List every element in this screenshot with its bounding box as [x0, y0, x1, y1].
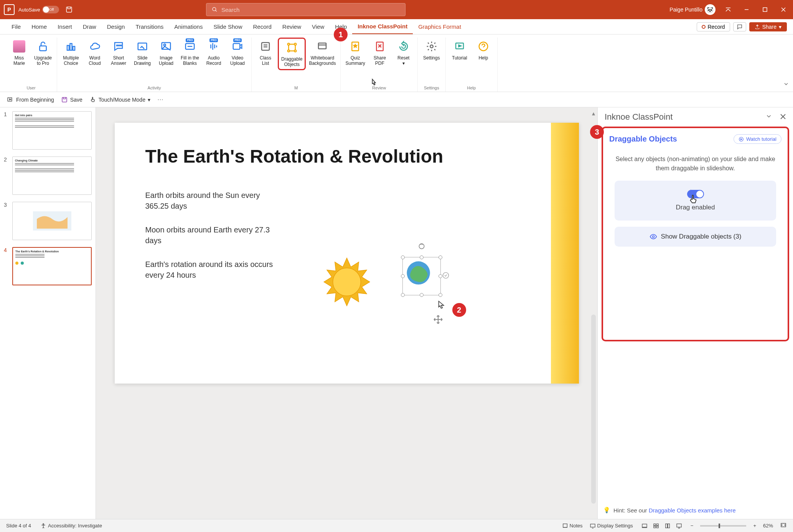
- watch-tutorial-button[interactable]: Watch tutorial: [734, 134, 781, 144]
- share-pdf-button[interactable]: SharePDF: [368, 38, 391, 68]
- thumbnail-1[interactable]: 1 Get into pairs: [4, 111, 92, 150]
- save-button[interactable]: Save: [61, 96, 82, 103]
- rbtn-l2: List: [262, 61, 269, 66]
- fit-to-window-icon[interactable]: [780, 522, 787, 530]
- scroll-up-icon[interactable]: ▴: [592, 110, 595, 117]
- reset-button[interactable]: Reset▾: [392, 38, 415, 68]
- chevron-down-icon[interactable]: [765, 112, 772, 122]
- close-icon[interactable]: [778, 4, 789, 15]
- zoom-level[interactable]: 62%: [763, 523, 773, 529]
- tab-design[interactable]: Design: [102, 19, 130, 34]
- sorter-view-icon[interactable]: [651, 522, 661, 530]
- from-beginning-button[interactable]: From Beginning: [7, 96, 54, 103]
- tab-draw[interactable]: Draw: [77, 19, 102, 34]
- short-answer-button[interactable]: ShortAnswer: [107, 38, 130, 68]
- tab-graphics-format[interactable]: Graphics Format: [413, 19, 467, 34]
- draggable-objects-button[interactable]: DraggableObjects: [278, 38, 306, 70]
- resize-handle[interactable]: [401, 293, 405, 297]
- image-upload-button[interactable]: ImageUpload: [155, 38, 178, 68]
- slideshow-view-icon[interactable]: [674, 522, 684, 530]
- rotate-handle-icon[interactable]: [418, 242, 425, 252]
- save-icon[interactable]: [64, 5, 74, 14]
- resize-handle[interactable]: [439, 293, 442, 297]
- tab-inknoe-classpoint[interactable]: Inknoe ClassPoint: [352, 19, 413, 34]
- fill-blanks-button[interactable]: PROFill in theBlanks: [178, 38, 201, 68]
- view-mode-buttons: [640, 522, 684, 530]
- search-input[interactable]: [221, 7, 400, 13]
- audio-record-button[interactable]: PROAudioRecord: [202, 38, 225, 68]
- rbtn-l1: Settings: [423, 55, 440, 61]
- resize-handle[interactable]: [401, 274, 405, 278]
- svg-rect-41: [62, 97, 67, 102]
- record-button[interactable]: Record: [697, 22, 730, 31]
- resize-handle[interactable]: [439, 274, 442, 278]
- tutorial-button[interactable]: Tutorial: [448, 38, 471, 62]
- tab-animations[interactable]: Animations: [169, 19, 208, 34]
- display-settings-button[interactable]: Display Settings: [590, 523, 633, 529]
- tab-slideshow[interactable]: Slide Show: [208, 19, 247, 34]
- resize-handle[interactable]: [439, 255, 442, 259]
- svg-rect-10: [70, 44, 72, 51]
- minimize-icon[interactable]: [741, 4, 752, 15]
- close-icon[interactable]: [780, 112, 786, 122]
- reading-view-icon[interactable]: [663, 522, 672, 530]
- search-box[interactable]: [206, 3, 406, 16]
- thumbnail-2[interactable]: 2 Changing Climate: [4, 156, 92, 195]
- vertical-scrollbar[interactable]: [591, 315, 596, 504]
- slide-canvas[interactable]: ▴ The Earth's Rotation & Revolution Eart…: [96, 107, 597, 519]
- sun-graphic[interactable]: [322, 257, 372, 307]
- settings-button[interactable]: Settings: [420, 38, 443, 62]
- autosave-toggle[interactable]: AutoSave Off: [18, 6, 59, 13]
- help-button[interactable]: Help: [472, 38, 495, 62]
- overflow-icon[interactable]: ⋯: [157, 96, 163, 103]
- tab-insert[interactable]: Insert: [52, 19, 77, 34]
- slide-thumbnails[interactable]: 1 Get into pairs 2 Changing Climate 3: [0, 107, 96, 519]
- svg-point-14: [120, 45, 122, 46]
- thumbnail-4[interactable]: 4 The Earth's Rotation & Revolution: [4, 247, 92, 285]
- hint-text: Hint: See our Draggable Objects examples…: [613, 507, 736, 514]
- normal-view-icon[interactable]: [640, 522, 649, 530]
- quiz-summary-button[interactable]: QuizSummary: [343, 38, 367, 68]
- ribbon-collapse-icon[interactable]: [783, 81, 789, 89]
- comments-button[interactable]: [733, 22, 746, 31]
- upgrade-to-pro-button[interactable]: Upgradeto Pro: [31, 38, 54, 68]
- thumbnail-3[interactable]: 3: [4, 202, 92, 240]
- toggle-off-icon[interactable]: Off: [42, 6, 59, 13]
- convert-handle-icon[interactable]: [442, 272, 449, 280]
- hint-link[interactable]: Draggable Objects examples here: [649, 507, 736, 514]
- show-draggable-button[interactable]: Show Draggable objects (3): [615, 227, 776, 247]
- zoom-out-button[interactable]: −: [691, 523, 694, 529]
- miss-marie-button[interactable]: MissMarie: [8, 38, 31, 68]
- accessibility-status[interactable]: Accessibility: Investigate: [40, 523, 102, 529]
- tab-home[interactable]: Home: [26, 19, 52, 34]
- watch-label: Watch tutorial: [746, 136, 777, 142]
- slide-drawing-button[interactable]: SlideDrawing: [131, 38, 154, 68]
- ribbon-options-icon[interactable]: [722, 4, 734, 15]
- tab-view[interactable]: View: [307, 19, 330, 34]
- tab-file[interactable]: File: [6, 19, 26, 34]
- record-label: Record: [708, 24, 725, 30]
- annotation-callout-2: 2: [452, 303, 466, 317]
- resize-handle[interactable]: [420, 293, 424, 297]
- earth-graphic-selected[interactable]: [399, 253, 445, 299]
- zoom-slider[interactable]: [700, 525, 746, 527]
- notes-button[interactable]: Notes: [562, 523, 583, 529]
- word-cloud-button[interactable]: WordCloud: [83, 38, 106, 68]
- maximize-icon[interactable]: [759, 4, 771, 15]
- multiple-choice-button[interactable]: MultipleChoice: [59, 38, 82, 68]
- ribbon-tabs: File Home Insert Draw Design Transitions…: [0, 19, 793, 35]
- touch-mode-button[interactable]: Touch/Mouse Mode ▾: [89, 96, 150, 103]
- user-account[interactable]: Paige Puntillo 🐼: [669, 4, 716, 15]
- resize-handle[interactable]: [401, 255, 405, 259]
- zoom-in-button[interactable]: +: [753, 523, 756, 529]
- svg-point-30: [294, 43, 296, 45]
- share-button[interactable]: Share▾: [749, 22, 787, 31]
- slide[interactable]: The Earth's Rotation & Revolution Earth …: [115, 123, 579, 384]
- tab-record[interactable]: Record: [247, 19, 277, 34]
- whiteboard-bg-button[interactable]: WhiteboardBackgrounds: [307, 38, 338, 70]
- resize-handle[interactable]: [420, 255, 424, 259]
- tab-review[interactable]: Review: [277, 19, 307, 34]
- class-list-button[interactable]: ClassList: [254, 38, 277, 70]
- video-upload-button[interactable]: PROVideoUpload: [226, 38, 249, 68]
- tab-transitions[interactable]: Transitions: [130, 19, 169, 34]
